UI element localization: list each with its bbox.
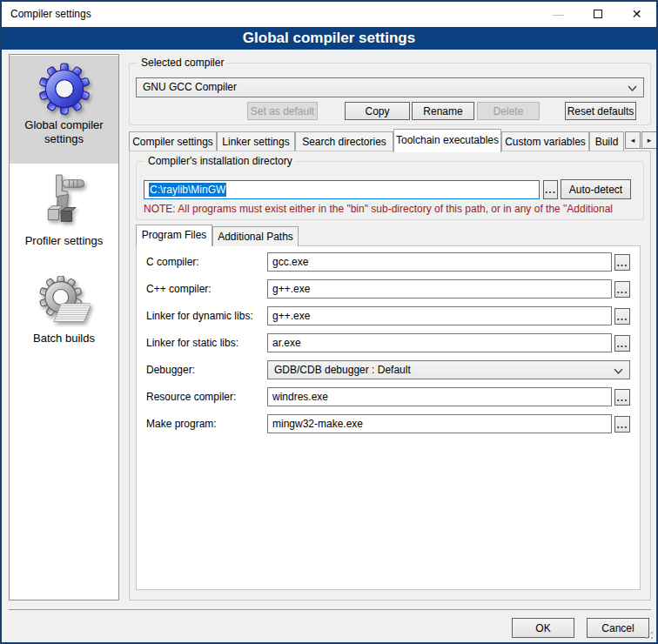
sidebar-item-label: Global compiler settings [10, 118, 118, 146]
browse-install-dir-button[interactable]: ... [543, 180, 558, 199]
make-program-input[interactable]: mingw32-make.exe [267, 414, 612, 433]
cancel-button[interactable]: Cancel [587, 618, 649, 638]
debugger-select[interactable]: GDB/CDB debugger : Default [267, 360, 630, 379]
chevron-down-icon [628, 85, 637, 91]
tab-search-directories[interactable]: Search directories [295, 131, 393, 151]
tab-toolchain-executables[interactable]: Toolchain executables [393, 129, 501, 152]
tab-build-options[interactable]: Build [589, 131, 624, 151]
c-compiler-input[interactable]: gcc.exe [267, 252, 612, 272]
footer-divider [9, 609, 651, 610]
browse-button[interactable]: ... [614, 416, 630, 433]
field-label: Resource compiler: [146, 387, 236, 406]
tab-scroll-right-icon[interactable]: ▸ [641, 131, 657, 149]
chevron-down-icon [614, 368, 623, 374]
install-dir-selected-text: C:\raylib\MinGW [149, 183, 226, 197]
sidebar-item-global-compiler-settings[interactable]: Global compiler settings [10, 56, 118, 164]
browse-button[interactable]: ... [614, 308, 630, 325]
compiler-select-value: GNU GCC Compiler [143, 81, 237, 93]
field-label: Linker for dynamic libs: [146, 306, 253, 325]
field-label: Make program: [146, 414, 217, 433]
tab-custom-variables[interactable]: Custom variables [501, 131, 589, 151]
minimize-icon[interactable]: — [539, 2, 578, 27]
delete-button[interactable]: Delete [477, 102, 540, 120]
field-label: Debugger: [146, 360, 195, 379]
browse-button[interactable]: ... [614, 254, 630, 271]
auto-detect-button[interactable]: Auto-detect [561, 179, 631, 199]
field-label: Linker for static libs: [146, 333, 238, 352]
sidebar-item-batch-builds[interactable]: Batch builds [10, 264, 118, 366]
maximize-icon[interactable] [578, 2, 617, 27]
sidebar-item-label: Profiler settings [10, 234, 118, 248]
blue-gear-icon [38, 63, 91, 115]
page-title: Global compiler settings [2, 27, 656, 50]
window-title: Compiler settings [10, 8, 91, 20]
compiler-select[interactable]: GNU GCC Compiler [136, 77, 644, 97]
close-icon[interactable]: ✕ [617, 2, 656, 27]
field-label: C++ compiler: [146, 279, 212, 299]
cpp-compiler-input[interactable]: g++.exe [267, 279, 612, 299]
resource-compiler-input[interactable]: windres.exe [267, 387, 612, 406]
install-dir-input[interactable]: C:\raylib\MinGW [144, 180, 540, 199]
field-label: C compiler: [146, 252, 199, 272]
tab-compiler-settings[interactable]: Compiler settings [129, 131, 217, 151]
gray-gear-stack-icon [38, 276, 91, 328]
resize-grip[interactable] [645, 631, 654, 640]
browse-button[interactable]: ... [614, 335, 630, 352]
tab-linker-settings[interactable]: Linker settings [217, 131, 295, 151]
browse-button[interactable]: ... [614, 281, 630, 298]
settings-sidebar: Global compiler settings Profiler settin… [9, 54, 119, 600]
selected-compiler-group-label: Selected compiler [138, 57, 227, 69]
rename-button[interactable]: Rename [412, 102, 474, 120]
sidebar-item-profiler-settings[interactable]: Profiler settings [10, 166, 118, 260]
caliper-icon [38, 173, 91, 231]
reset-defaults-button[interactable]: Reset defaults [565, 102, 636, 120]
tab-scroll-left-icon[interactable]: ◂ [625, 131, 641, 149]
browse-button[interactable]: ... [614, 389, 630, 406]
subtab-additional-paths[interactable]: Additional Paths [212, 226, 299, 246]
title-bar[interactable]: Compiler settings — ✕ [2, 2, 656, 27]
copy-button[interactable]: Copy [345, 102, 410, 120]
sidebar-item-label: Batch builds [10, 332, 118, 345]
install-dir-group-label: Compiler's installation directory [144, 155, 296, 167]
set-as-default-button[interactable]: Set as default [247, 102, 318, 120]
ok-button[interactable]: OK [512, 618, 574, 638]
install-dir-note: NOTE: All programs must exist either in … [144, 203, 640, 215]
compiler-settings-window: Compiler settings — ✕ Global compiler se… [0, 0, 658, 644]
static-linker-input[interactable]: ar.exe [267, 333, 612, 352]
dynamic-linker-input[interactable]: g++.exe [267, 306, 612, 325]
subtab-program-files[interactable]: Program Files [136, 225, 212, 246]
